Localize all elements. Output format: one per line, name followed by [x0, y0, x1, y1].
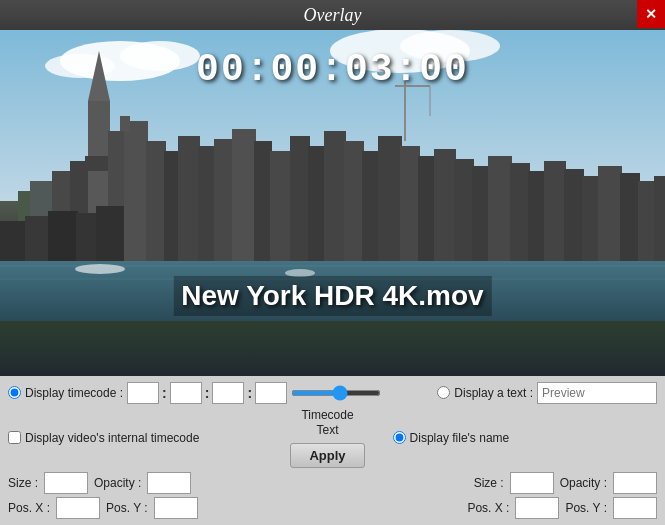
svg-rect-42	[544, 161, 566, 261]
svg-rect-47	[638, 181, 656, 261]
controls-panel: Display timecode : 00 : 00 : 00 : 00 Dis…	[0, 376, 665, 525]
left-posx-label: Pos. X :	[8, 501, 50, 515]
svg-rect-24	[214, 139, 234, 261]
svg-point-3	[45, 54, 115, 78]
left-size-label: Size :	[8, 476, 38, 490]
timecode-seconds[interactable]: 00	[212, 382, 244, 404]
svg-rect-26	[254, 141, 272, 261]
svg-rect-52	[76, 213, 98, 261]
right-opacity-label: Opacity :	[560, 476, 607, 490]
svg-rect-23	[198, 146, 216, 261]
apply-button[interactable]: Apply	[290, 443, 364, 468]
right-size-label: Size :	[474, 476, 504, 490]
display-filename-label: Display file's name	[410, 431, 510, 445]
display-text-label: Display a text :	[454, 386, 533, 400]
svg-rect-39	[488, 156, 512, 261]
svg-rect-34	[400, 146, 420, 261]
display-filename-radio[interactable]	[393, 431, 406, 444]
svg-rect-46	[620, 173, 640, 261]
timecode-slider[interactable]	[291, 390, 381, 396]
right-opacity-input[interactable]: 50	[613, 472, 657, 494]
timecode-minutes[interactable]: 00	[170, 382, 202, 404]
left-opacity-input[interactable]: 40	[147, 472, 191, 494]
left-posy-label: Pos. Y :	[106, 501, 148, 515]
svg-point-57	[75, 264, 125, 274]
display-timecode-radio[interactable]	[8, 386, 21, 399]
svg-rect-40	[510, 163, 530, 261]
timecode-frames[interactable]: 00	[255, 382, 287, 404]
svg-rect-53	[96, 206, 124, 261]
right-posx-label: Pos. X :	[467, 501, 509, 515]
svg-rect-21	[164, 151, 180, 261]
right-posy-input[interactable]: 906	[613, 497, 657, 519]
svg-rect-32	[362, 151, 380, 261]
text-label: Text	[316, 423, 338, 437]
svg-rect-33	[378, 136, 402, 261]
svg-rect-29	[308, 146, 326, 261]
internal-timecode-checkbox[interactable]	[8, 431, 21, 444]
svg-rect-45	[598, 166, 622, 261]
svg-rect-19	[120, 116, 130, 131]
svg-rect-20	[146, 141, 166, 261]
svg-rect-28	[290, 136, 310, 261]
svg-rect-36	[434, 149, 456, 261]
window-title: Overlay	[304, 5, 362, 26]
left-posy-input[interactable]: 69	[154, 497, 198, 519]
svg-rect-43	[564, 169, 584, 261]
filename-display: New York HDR 4K.mov	[173, 276, 491, 316]
svg-rect-44	[582, 176, 600, 261]
title-bar: Overlay ✕	[0, 0, 665, 30]
svg-rect-27	[270, 151, 292, 261]
svg-rect-48	[654, 176, 665, 261]
svg-rect-50	[25, 216, 50, 261]
svg-rect-37	[454, 159, 474, 261]
video-preview: 00:00:03:00 New York HDR 4K.mov	[0, 30, 665, 376]
video-background: 00:00:03:00 New York HDR 4K.mov	[0, 30, 665, 376]
main-window: Overlay ✕	[0, 0, 665, 525]
left-size-input[interactable]: 100	[44, 472, 88, 494]
timecode-inputs: 00 : 00 : 00 : 00	[127, 382, 287, 404]
close-button[interactable]: ✕	[637, 0, 665, 28]
svg-rect-51	[48, 211, 78, 261]
right-posy-label: Pos. Y :	[565, 501, 607, 515]
svg-rect-31	[344, 141, 364, 261]
svg-rect-25	[232, 129, 256, 261]
svg-rect-18	[124, 121, 148, 261]
left-opacity-label: Opacity :	[94, 476, 141, 490]
internal-timecode-label: Display video's internal timecode	[25, 431, 199, 445]
display-text-radio[interactable]	[437, 386, 450, 399]
svg-rect-35	[418, 156, 436, 261]
svg-rect-41	[528, 171, 546, 261]
svg-rect-30	[324, 131, 346, 261]
timecode-display: 00:00:03:00	[196, 48, 469, 91]
display-timecode-label: Display timecode :	[25, 386, 123, 400]
timecode-label: Timecode	[301, 408, 353, 422]
right-posx-input[interactable]: 444	[515, 497, 559, 519]
left-posx-input[interactable]: 645	[56, 497, 100, 519]
timecode-hours[interactable]: 00	[127, 382, 159, 404]
right-size-input[interactable]: 90	[510, 472, 554, 494]
svg-rect-22	[178, 136, 200, 261]
svg-rect-38	[472, 166, 490, 261]
center-controls: Timecode Text Apply	[278, 408, 376, 468]
svg-point-2	[120, 41, 200, 71]
text-preview-input[interactable]	[537, 382, 657, 404]
